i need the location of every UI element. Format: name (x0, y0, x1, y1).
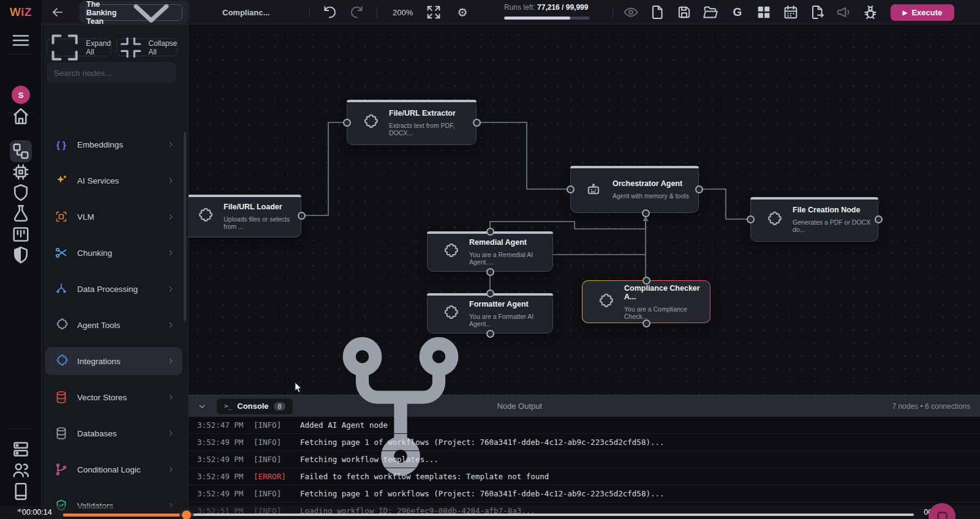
node-compliance[interactable]: Compliance Checker A...You are a Complia… (582, 280, 710, 323)
category-embeddings[interactable]: { }Embeddings (45, 130, 183, 159)
port-compliance[interactable] (643, 319, 650, 327)
back-button[interactable] (50, 0, 65, 24)
chevron-right-icon (167, 212, 175, 221)
fullscreen-icon[interactable] (425, 0, 442, 24)
port-remedial[interactable] (486, 268, 494, 276)
flask-icon[interactable] (10, 203, 32, 225)
team-selector-dropdown[interactable]: The Banking Tean (86, 4, 183, 21)
puzzle-icon (195, 207, 214, 225)
users-icon[interactable] (10, 459, 32, 481)
runs-progress-bar (504, 17, 590, 20)
port-formatter[interactable] (486, 289, 494, 297)
category-vector-stores[interactable]: Vector Stores (45, 383, 183, 411)
kanban-icon[interactable] (10, 223, 32, 245)
book-icon[interactable] (10, 480, 32, 502)
puzzle-icon (361, 113, 379, 132)
log-level: [INFO] (254, 438, 300, 447)
log-row: 3:52:47 PM[INFO]Added AI Agent node (189, 417, 980, 434)
shield-half-icon[interactable] (10, 244, 32, 266)
port-compliance[interactable] (643, 277, 650, 285)
port-loader[interactable] (298, 212, 306, 220)
search-input[interactable] (47, 62, 176, 83)
chip-icon[interactable] (10, 161, 32, 183)
port-orchestrator[interactable] (642, 209, 650, 217)
port-orchestrator[interactable] (695, 185, 703, 193)
node-subtitle: Agent with memory & tools (612, 192, 689, 200)
robot-icon (584, 181, 603, 199)
node-subtitle: You are a Remedial AI Agent.... (469, 251, 552, 266)
file-export-icon[interactable] (809, 0, 826, 24)
port-orchestrator[interactable] (567, 185, 575, 193)
log-time: 3:52:49 PM (189, 489, 254, 498)
split-icon (54, 282, 69, 296)
branch-icon (54, 462, 69, 477)
log-time: 3:52:49 PM (189, 438, 254, 447)
category-databases[interactable]: Databases (45, 419, 183, 447)
app-window: WiZ The Banking Tean Complianc... 200% ⚙… (0, 0, 980, 519)
logo-cell: WiZ (0, 0, 42, 24)
node-title: Compliance Checker A... (624, 284, 710, 301)
server-icon[interactable] (10, 438, 32, 460)
calendar-icon[interactable] (782, 0, 799, 24)
category-conditional-logic[interactable]: Conditional Logic (45, 455, 183, 484)
port-file-creation[interactable] (747, 215, 755, 223)
node-title: File Creation Node (793, 206, 878, 214)
category-label: Conditional Logic (77, 465, 167, 474)
seek-handle[interactable] (182, 510, 191, 519)
node-output-label: Node Output (497, 401, 542, 411)
port-extractor[interactable] (343, 119, 351, 127)
seek-bar[interactable] (63, 513, 914, 516)
workflow-canvas[interactable]: File/URL LoaderUploads files or selects … (189, 24, 980, 395)
category-chunking[interactable]: Chunking (45, 239, 183, 267)
database-icon (54, 426, 69, 441)
bug-icon[interactable] (862, 0, 879, 24)
category-label: Databases (77, 429, 167, 438)
node-title: Orchestrator Agent (612, 179, 689, 188)
category-integrations[interactable]: Integrations (45, 347, 183, 375)
port-remedial[interactable] (486, 228, 494, 236)
category-agent-tools[interactable]: Agent Tools (45, 311, 183, 339)
log-message: Fetching workflow templates... (300, 455, 439, 464)
port-extractor[interactable] (473, 119, 481, 127)
visibility-icon[interactable] (622, 0, 639, 24)
node-subtitle: Generates a PDF or DOCX do... (793, 218, 878, 233)
save-icon[interactable] (676, 0, 693, 24)
expand-all-button[interactable]: Expand All (47, 39, 111, 56)
divider (309, 6, 310, 18)
category-label: VLM (77, 212, 167, 222)
settings-gear-icon[interactable]: ⚙ (454, 0, 471, 24)
home-icon[interactable] (10, 105, 32, 127)
execute-button[interactable]: ▶ Execute (891, 4, 954, 21)
category-data-processing[interactable]: Data Processing (45, 275, 183, 303)
undo-button[interactable] (321, 0, 338, 24)
avatar[interactable]: S (12, 86, 30, 104)
console-tab[interactable]: >_ Console 8 (217, 398, 293, 414)
puzzle-icon (764, 211, 783, 229)
log-row: 3:52:49 PM[ERROR]Failed to fetch workflo… (189, 468, 980, 485)
execute-label: Execute (911, 8, 942, 17)
megaphone-icon[interactable] (835, 0, 853, 24)
google-icon[interactable]: G (729, 0, 746, 24)
category-vlm[interactable]: VLM (45, 203, 183, 231)
file-icon[interactable] (649, 0, 666, 24)
node-loader[interactable]: File/URL LoaderUploads files or selects … (189, 195, 301, 237)
shield-icon[interactable] (10, 182, 32, 204)
folder-open-icon[interactable] (702, 0, 719, 24)
node-orchestrator[interactable]: Orchestrator AgentAgent with memory & to… (570, 166, 699, 213)
divider (377, 6, 377, 18)
chevron-right-icon (167, 465, 175, 474)
runs-left: Runs left: 77,216 / 99,999 (504, 3, 588, 12)
panel-scrollbar[interactable] (184, 132, 186, 321)
runs-left-value: 77,216 / 99,999 (537, 3, 588, 12)
hamburger-menu-icon[interactable] (10, 29, 32, 51)
node-file-creation[interactable]: File Creation NodeGenerates a PDF or DOC… (750, 197, 878, 242)
category-ai-services[interactable]: AI Services (45, 166, 183, 195)
workflow-icon[interactable] (10, 140, 32, 162)
collapse-console-icon[interactable] (197, 401, 207, 411)
node-remedial[interactable]: Remedial AgentYou are a Remedial AI Agen… (427, 231, 553, 272)
grid-icon[interactable] (755, 0, 772, 24)
redo-button[interactable] (349, 0, 366, 24)
port-file-creation[interactable] (875, 215, 883, 223)
play-icon: ▶ (903, 9, 908, 16)
node-extractor[interactable]: File/URL ExtractorExtracts text from PDF… (347, 100, 477, 145)
